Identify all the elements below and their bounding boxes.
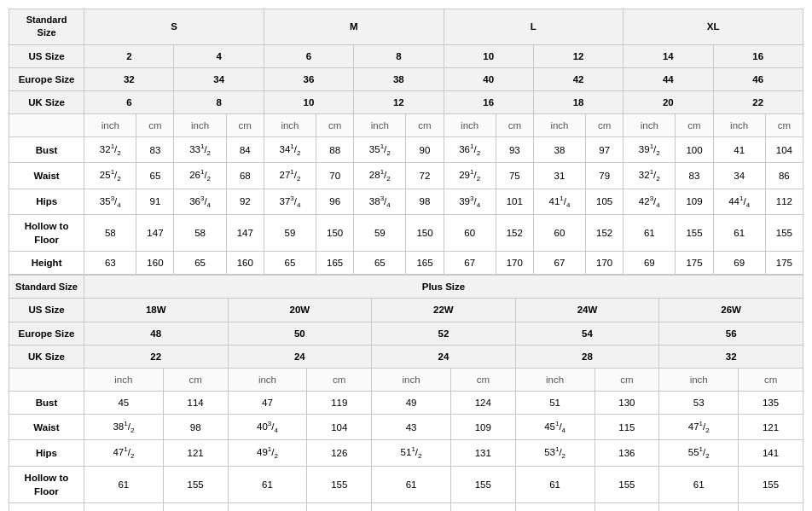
- h3i: 373/4: [264, 189, 316, 214]
- hf6c: 152: [586, 215, 624, 252]
- hf6i: 60: [533, 215, 585, 252]
- hollow-lbl: Hollow toFloor: [9, 215, 84, 252]
- pw-lbl: Waist: [9, 414, 84, 439]
- ht1c: 160: [136, 252, 174, 275]
- pb4i: 51: [515, 391, 594, 414]
- u-c7: cm: [676, 114, 713, 137]
- ht8c: 175: [765, 252, 803, 275]
- ph3c: 131: [450, 440, 515, 466]
- b7i: 391/2: [624, 137, 676, 163]
- pb4c: 130: [594, 391, 659, 414]
- pw4c: 115: [594, 414, 659, 439]
- eu-42: 42: [533, 67, 623, 90]
- hf3i: 59: [264, 215, 316, 252]
- h1c: 91: [136, 189, 174, 214]
- pht5c: 175: [739, 502, 803, 511]
- pw1i: 381/2: [84, 414, 163, 439]
- uk-8: 8: [174, 90, 264, 113]
- ht6c: 170: [586, 252, 624, 275]
- hf7c: 155: [676, 215, 713, 252]
- u-c4: cm: [406, 114, 444, 137]
- hf1i: 58: [84, 215, 136, 252]
- uk-12: 12: [354, 90, 444, 113]
- col-m: M: [264, 9, 444, 45]
- phf3i: 61: [372, 466, 451, 502]
- puk-32: 32: [659, 345, 803, 368]
- w2i: 261/2: [174, 163, 226, 189]
- pht1i: 69: [84, 502, 163, 511]
- w8c: 86: [765, 163, 803, 189]
- ht5i: 67: [444, 252, 496, 275]
- ht6i: 67: [533, 252, 585, 275]
- phf5i: 61: [659, 466, 739, 502]
- p-22w: 22W: [372, 299, 516, 322]
- hf7i: 61: [624, 215, 676, 252]
- uk-22: 22: [713, 90, 803, 113]
- u-c8: cm: [765, 114, 803, 137]
- us-lbl: US Size: [9, 44, 84, 67]
- chart-table: StandardSizeSMLXLUS Size246810121416Euro…: [9, 9, 803, 275]
- ht7c: 175: [676, 252, 713, 275]
- plus-us-lbl: US Size: [9, 299, 84, 322]
- w8i: 34: [713, 163, 765, 189]
- phf1i: 61: [84, 466, 163, 502]
- hf2i: 58: [174, 215, 226, 252]
- pb3c: 124: [450, 391, 515, 414]
- bust-lbl: Bust: [9, 137, 84, 163]
- pw5c: 121: [739, 414, 803, 439]
- us-16: 16: [713, 44, 803, 67]
- hips-lbl: Hips: [9, 189, 84, 214]
- us-14: 14: [624, 44, 713, 67]
- ht7i: 69: [624, 252, 676, 275]
- ht8i: 69: [713, 252, 765, 275]
- pu-c3: cm: [450, 368, 515, 391]
- ht3c: 165: [316, 252, 354, 275]
- eu-34: 34: [174, 67, 264, 90]
- ht4i: 65: [354, 252, 406, 275]
- pb-lbl: Bust: [9, 391, 84, 414]
- h4c: 98: [406, 189, 444, 214]
- u-i7: inch: [624, 114, 676, 137]
- w4i: 281/2: [354, 163, 406, 189]
- u-c6: cm: [586, 114, 624, 137]
- pht2c: 175: [307, 502, 372, 511]
- pht3c: 175: [450, 502, 515, 511]
- eu-32: 32: [84, 67, 174, 90]
- ph4c: 136: [594, 440, 659, 466]
- pb3i: 49: [372, 391, 451, 414]
- hf5i: 60: [444, 215, 496, 252]
- ph3i: 511/2: [372, 440, 451, 466]
- pu-c4: cm: [594, 368, 659, 391]
- pht2i: 69: [228, 502, 307, 511]
- hf5c: 152: [496, 215, 533, 252]
- pu-i1: inch: [84, 368, 163, 391]
- u-blank: [9, 114, 84, 137]
- eu-40: 40: [444, 67, 533, 90]
- plus-eu-lbl: Europe Size: [9, 322, 84, 345]
- w1c: 65: [136, 163, 174, 189]
- b1i: 321/2: [84, 137, 136, 163]
- h8i: 441/4: [713, 189, 765, 214]
- ph5i: 551/2: [659, 440, 739, 466]
- hf8c: 155: [765, 215, 803, 252]
- u-c1: cm: [136, 114, 174, 137]
- plus-uk-lbl: UK Size: [9, 345, 84, 368]
- w1i: 251/2: [84, 163, 136, 189]
- peu-48: 48: [84, 322, 228, 345]
- uk-lbl: UK Size: [9, 90, 84, 113]
- us-2: 2: [84, 44, 174, 67]
- uk-20: 20: [624, 90, 713, 113]
- puk-24: 24: [228, 345, 372, 368]
- b3i: 341/2: [264, 137, 316, 163]
- phf4c: 155: [594, 466, 659, 502]
- pht5i: 69: [659, 502, 739, 511]
- ph1c: 121: [163, 440, 228, 466]
- p-20w: 20W: [228, 299, 372, 322]
- p-24w: 24W: [515, 299, 659, 322]
- puk-22: 22: [84, 345, 228, 368]
- h2i: 363/4: [174, 189, 226, 214]
- phf-lbl: Hollow to Floor: [9, 466, 84, 502]
- w4c: 72: [406, 163, 444, 189]
- col-s: S: [84, 9, 264, 45]
- ph2i: 491/2: [228, 440, 307, 466]
